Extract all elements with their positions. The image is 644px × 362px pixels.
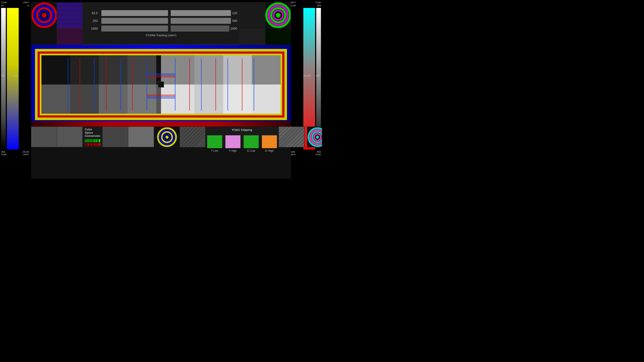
swatch-y-high: Y High	[226, 135, 240, 152]
hline-red-1	[147, 76, 175, 76]
svg-point-10	[276, 13, 280, 17]
left-cdm2-value-top: –0	[26, 4, 29, 7]
left-code-value-top: 64	[1, 4, 4, 7]
hline-blue-4	[147, 98, 175, 98]
bottom-row-2: YCbCr Clipping Y Low Y High Cr Low	[154, 126, 322, 147]
cell-concentric-cyan	[304, 126, 322, 147]
gray-strip-5	[194, 55, 223, 84]
swatch-y-low-color	[207, 135, 222, 148]
vline-blue-3	[120, 58, 121, 111]
hline-red-3	[147, 95, 175, 95]
right-code-value-top: 459	[317, 4, 321, 7]
grayscale-area	[42, 55, 280, 114]
green-bar-segments	[85, 139, 100, 142]
vline-red-1	[80, 58, 80, 111]
yellow-inner-frame	[40, 54, 282, 115]
svg-point-4	[42, 13, 46, 17]
cell-thin-diag	[279, 126, 304, 147]
color-space-panel: Color Space Conversion	[83, 126, 102, 147]
vlines-pattern-1	[31, 127, 57, 147]
cell-hlines-color	[57, 2, 83, 45]
st2084-section: 62.5 125 250 500 1000	[83, 2, 239, 45]
cell-dark-br1	[102, 126, 128, 147]
diag-pattern	[180, 127, 205, 147]
vline-red-3	[132, 58, 133, 111]
hline-red-4	[147, 96, 175, 96]
cell-dark-top	[240, 2, 265, 28]
concentric-color-svg	[31, 2, 57, 28]
gray-strip-3	[99, 55, 128, 84]
red-bar-segments	[85, 143, 100, 146]
color-space-title: Color Space Conversion	[85, 128, 100, 137]
right-code-label-bottom: Code	[315, 153, 321, 156]
main-content: 62.5 125 250 500 1000	[31, 2, 291, 179]
st2084-bar-62-1	[101, 10, 168, 16]
gray-strip-br-5	[194, 84, 223, 114]
rseg8	[96, 143, 98, 146]
left-code-label: Code	[1, 1, 7, 4]
red-gradient-bar	[31, 121, 291, 126]
st2084-bar-1000-1	[101, 25, 168, 31]
hlines-medium	[102, 127, 128, 147]
gseg2	[86, 139, 88, 142]
rseg9	[98, 143, 99, 146]
rseg2	[86, 143, 88, 146]
ycbcr-panel: YCbCr Clipping Y Low Y High Cr Low	[206, 126, 279, 147]
left-cdm2-value-bottom: –55.89	[22, 151, 29, 153]
st2084-title: ST2084 Tracking (cd/m²)	[146, 34, 176, 37]
ycbcr-title: YCbCr Clipping	[232, 128, 252, 131]
swatch-y-high-color	[226, 135, 240, 148]
gseg6	[93, 139, 94, 142]
vline-red-2	[106, 58, 106, 111]
cell-dark-br2	[128, 126, 154, 147]
vline-blue-8	[254, 58, 254, 111]
cell-dark	[239, 2, 265, 45]
h-lines-bottom	[147, 94, 175, 99]
bottom-row-1: Color Space Conversion	[31, 126, 154, 147]
swatch-y-high-label: Y High	[229, 149, 237, 152]
left-sidebar: Code cd/m² 64 –0 261 –3.58 459 –55.89 Co…	[0, 0, 31, 181]
left-mid-cdm2: –3.58	[12, 74, 18, 77]
hline-blue-2	[147, 75, 175, 75]
swatch-cr-high-label: Cr High	[265, 149, 274, 152]
svg-point-16	[165, 136, 168, 139]
st2084-bar-1000-2	[171, 25, 229, 31]
test-pattern-area	[31, 45, 291, 126]
swatch-y-low-label: Y Low	[211, 149, 218, 152]
gseg10	[99, 139, 100, 142]
vline-red-4	[189, 58, 190, 111]
gseg1	[85, 139, 86, 142]
bottom-section: Color Space Conversion	[31, 126, 291, 168]
cell-vlines-1	[31, 126, 57, 147]
vline-blue-6	[201, 58, 202, 111]
cell-concentric-color	[31, 2, 57, 45]
left-cdm2-label: cd/m²	[23, 1, 29, 4]
red-frame	[38, 51, 284, 117]
vline-blue-7	[228, 58, 228, 111]
rseg1	[85, 143, 86, 146]
rseg10	[99, 143, 100, 146]
swatch-cr-high-color	[262, 135, 277, 148]
hline-blue-1	[147, 73, 175, 74]
right-code-value-bottom: 855	[317, 151, 321, 153]
cell-diagonal	[180, 126, 206, 147]
svg-point-22	[316, 136, 319, 139]
vline-blue-2	[94, 58, 94, 111]
yellow-frame	[35, 49, 287, 120]
gseg7	[94, 139, 96, 142]
gray-strip-bl-2	[70, 84, 99, 114]
st2084-label-62: 62.5	[85, 11, 99, 15]
main-container: Code cd/m² 64 –0 261 –3.58 459 –55.89 Co…	[0, 0, 322, 181]
center-box	[158, 81, 164, 87]
gseg3	[88, 139, 90, 142]
st2084-bar-62-2	[171, 10, 231, 16]
left-cdm2-label-bottom: cd/m²	[23, 153, 29, 156]
cell-concentric-green	[265, 2, 291, 45]
vline-blue-4	[146, 58, 147, 111]
ycbcr-swatches: Y Low Y High Cr Low Cr High	[207, 135, 277, 152]
gseg5	[91, 139, 92, 142]
left-gray-bar	[1, 8, 6, 149]
st2084-label-1000: 1000	[85, 27, 99, 30]
swatch-cr-low-label: Cr Low	[247, 149, 255, 152]
vline-red-6	[242, 58, 242, 111]
